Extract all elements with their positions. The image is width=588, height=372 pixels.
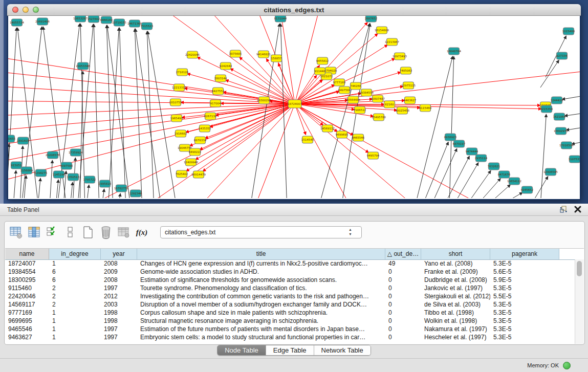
graph-node[interactable]: 62160 [384,101,395,108]
graph-node[interactable]: 1244419 [551,97,563,104]
graph-node[interactable]: 22420046 [185,51,200,58]
graph-node[interactable]: 18300295 [257,97,271,104]
graph-node[interactable]: 12906545 [543,168,558,176]
graph-node[interactable]: 1435355 [199,125,211,132]
graph-node[interactable]: 20564486 [346,96,360,103]
graph-node[interactable]: 15495788 [372,114,386,121]
graph-node[interactable]: 1145194 [53,171,66,178]
graph-node[interactable]: 10807487 [371,95,385,102]
graph-node[interactable]: 1621064 [553,113,566,120]
graph-node[interactable]: 17016504 [559,142,574,149]
show-columns-icon[interactable] [28,226,41,239]
graph-node[interactable]: 7986512 [354,106,366,114]
column-header-out_de[interactable]: △ out_de… [385,249,421,259]
graph-node[interactable]: 1995818 [99,180,112,187]
tab-network-table[interactable]: Network Table [314,345,371,355]
graph-node[interactable]: 9463627 [404,97,417,104]
graph-node[interactable]: 16914479 [191,171,206,178]
graph-node[interactable]: 16154808 [375,27,389,34]
graph-node[interactable]: 7625402 [176,170,188,178]
graph-node[interactable]: 20053346 [76,62,90,70]
graph-node[interactable]: 8131044 [274,16,287,22]
graph-node[interactable]: 9699695 [336,131,349,138]
table-row[interactable]: 911546021997Tourette syndrome. Phenomeno… [5,284,575,292]
graph-node[interactable]: 9495794 [367,152,380,159]
graph-node[interactable]: 12213313 [172,84,186,91]
graph-node[interactable]: 14671368 [127,20,142,27]
graph-node[interactable]: 9097588 [60,162,73,169]
graph-node[interactable]: 1965493 [170,115,183,122]
table-row[interactable]: 969969511998Structural magnetic resonanc… [5,317,575,325]
table-row[interactable]: 946362711997Embryonic stem cells: a mode… [5,333,575,341]
table-row[interactable]: 977716911998Corpus callosum shape and si… [5,309,575,317]
column-header-pagerank[interactable]: pagerank [490,249,559,259]
table-row[interactable]: 2242004622012Investigating the contribut… [5,292,575,300]
graph-node[interactable]: 17359924 [69,149,83,156]
graph-node[interactable]: 10653287 [73,16,88,22]
table-row[interactable]: 1872400712008Changes of HCN gene express… [5,259,575,268]
window-titlebar[interactable]: citations_edges.txt [7,4,581,16]
graph-node[interactable]: 1891605 [17,137,30,144]
graph-node[interactable]: 9242844 [220,62,232,70]
graph-node[interactable]: 8878334 [194,137,207,144]
table-row[interactable]: 1456911722003Disruption of a novel membe… [5,300,575,309]
graph-node[interactable]: 2718126 [176,69,189,76]
graph-node[interactable]: 2687652 [365,16,378,22]
graph-node[interactable]: 7485063 [400,67,412,74]
graph-node[interactable]: 16648784 [447,48,461,55]
tab-node-table[interactable]: Node Table [217,345,266,355]
graph-node[interactable]: 1292344 [129,190,142,197]
graph-node[interactable]: 14569117 [320,125,335,132]
graph-node[interactable]: 94146821 [256,51,271,58]
graph-node[interactable]: 12975115 [401,82,416,89]
scrollbar-thumb[interactable] [577,261,582,276]
delete-table-icon[interactable] [99,226,113,239]
graph-node[interactable]: 1350513 [67,173,80,181]
graph-node[interactable]: 12213967 [385,38,399,46]
graph-node[interactable]: 1527802 [88,16,100,23]
graph-node[interactable]: 10654112 [507,178,521,185]
table-row[interactable]: 1938455462009Genome-wide association stu… [5,268,575,276]
column-header-in_degree[interactable]: in_degree [49,249,101,259]
graph-node[interactable]: 7632621 [488,163,500,170]
graph-node[interactable]: 1916682 [175,130,187,137]
column-header-name[interactable]: name [5,249,49,259]
graph-node[interactable]: 915051 [11,162,22,169]
function-builder-icon[interactable]: f(x) [135,226,148,239]
graph-node[interactable]: 9777169 [333,79,346,86]
vertical-scrollbar[interactable] [575,259,584,344]
graph-node[interactable]: 1810755 [169,99,182,106]
graph-node[interactable]: 14055724 [10,19,24,26]
graph-node[interactable]: 9474444 [466,148,478,155]
graph-node[interactable]: 19384554 [359,89,374,96]
graph-node[interactable]: 917004 [210,100,221,107]
graph-node[interactable]: 2935114 [475,155,488,162]
graph-node[interactable]: 20206576 [46,151,60,159]
graph-node[interactable]: 1015488 [562,28,575,35]
graph-node[interactable]: 2803144 [214,75,227,82]
column-header-short[interactable]: short [421,249,490,259]
graph-node[interactable]: 8427552 [212,87,225,95]
graph-node[interactable]: 16782759 [114,185,128,192]
tab-edge-table[interactable]: Edge Table [266,345,314,355]
table-settings-icon[interactable] [10,226,23,239]
select-columns-icon[interactable] [46,226,59,239]
graph-node[interactable]: 10973493 [393,53,407,60]
graph-node[interactable]: 8471676 [498,171,511,178]
graph-node[interactable]: 10719155 [112,19,126,26]
graph-node[interactable]: 6497568 [338,86,351,94]
column-header-year[interactable]: year [101,249,137,259]
graph-node[interactable]: 9455812 [316,57,329,64]
graph-node[interactable]: 8267130 [204,113,217,120]
graph-node[interactable]: 6879197 [453,140,466,147]
graph-node[interactable]: 3875685 [229,50,242,57]
new-table-icon[interactable] [81,226,95,239]
graph-node[interactable]: 18724007 [288,100,302,108]
table-row[interactable]: 1830029562008Estimation of significance … [5,276,575,284]
graph-node[interactable]: 12409948 [184,159,198,166]
graph-node[interactable]: 9465546 [352,134,365,141]
close-panel-icon[interactable] [574,205,582,213]
graph-node[interactable]: 9245652 [521,186,534,193]
row-height-icon[interactable] [63,226,77,239]
graph-node[interactable]: 6466160 [100,16,113,24]
